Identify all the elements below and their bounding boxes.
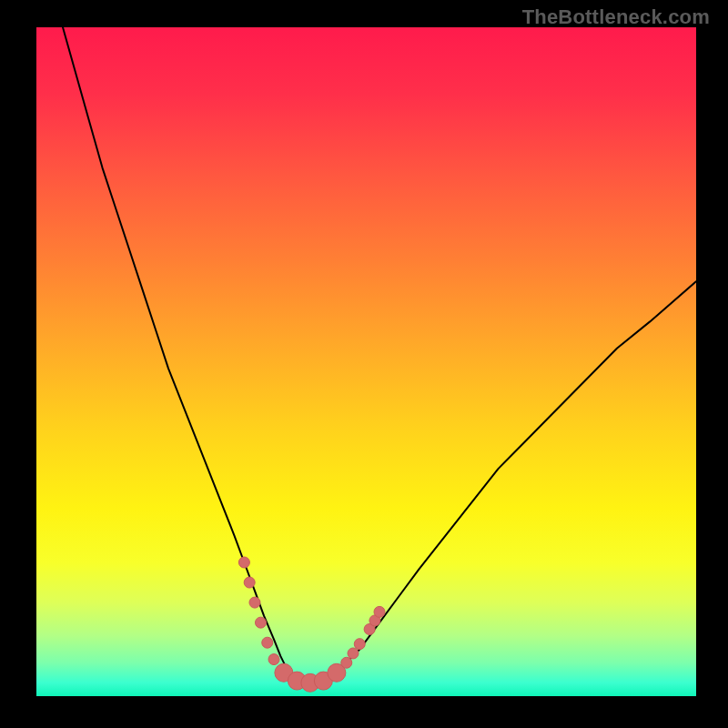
chart-svg	[36, 27, 696, 696]
chart-plot-area	[36, 27, 696, 696]
curve-marker	[374, 606, 385, 617]
watermark-text: TheBottleneck.com	[522, 5, 710, 29]
curve-marker	[238, 557, 249, 568]
curve-marker	[249, 597, 260, 608]
curve-marker	[262, 637, 273, 648]
curve-marker	[256, 617, 267, 628]
curve-marker	[268, 654, 279, 665]
curve-marker	[348, 648, 359, 659]
curve-marker	[244, 577, 255, 588]
curve-marker	[354, 639, 365, 650]
chart-background	[36, 27, 696, 696]
chart-frame: TheBottleneck.com	[0, 0, 728, 728]
curve-marker	[341, 657, 352, 668]
